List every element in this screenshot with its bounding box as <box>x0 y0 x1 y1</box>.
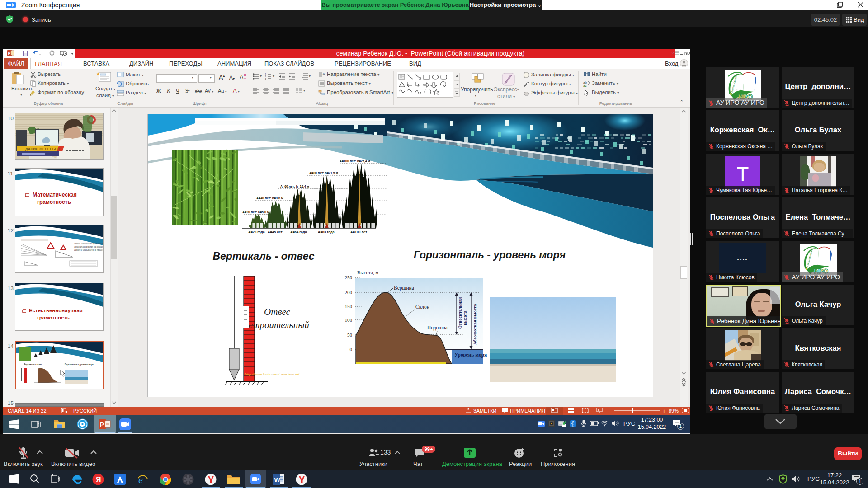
svg-text:Горизонталь - уровень моря: Горизонталь - уровень моря <box>65 363 94 366</box>
svg-text:грамотность: грамотность <box>37 315 70 320</box>
svg-text:Уклон обозначается на знаках: Уклон обозначается на знаках <box>74 246 103 248</box>
svg-text:А=20 лет: h=5,0 м: А=20 лет: h=5,0 м <box>242 211 269 214</box>
svg-text:Вертикаль - отвес: Вертикаль - отвес <box>24 363 42 366</box>
svg-text:Вертикаль - отвес: Вертикаль - отвес <box>212 250 314 262</box>
svg-text:Я: Я <box>96 476 101 483</box>
svg-text:Подошва: Подошва <box>427 325 448 331</box>
svg-text:А: А <box>322 72 325 76</box>
svg-text:250: 250 <box>345 275 353 280</box>
svg-text:Математическая: Математическая <box>33 192 77 198</box>
svg-text:50: 50 <box>347 332 353 338</box>
svg-text:100: 100 <box>345 317 353 323</box>
svg-text:0: 0 <box>350 347 353 352</box>
svg-text:А=64 года: А=64 года <box>290 230 307 234</box>
svg-text:А=100 лет: А=100 лет <box>350 230 367 234</box>
svg-text:Вершина: Вершина <box>394 285 414 291</box>
svg-text:А=45 лет: А=45 лет <box>268 230 283 234</box>
svg-text:http://www.instrument-mastera.: http://www.instrument-mastera.ru/ <box>245 372 299 376</box>
svg-text:высота: высота <box>462 310 467 325</box>
svg-text:А=80 лет: h=21,5 м: А=80 лет: h=21,5 м <box>309 171 338 175</box>
svg-text:Высота, м: Высота, м <box>357 270 378 275</box>
svg-text:А=60 лет: h=16,4 м: А=60 лет: h=16,4 м <box>280 185 309 188</box>
svg-text:А=40 лет: h=9,6 м: А=40 лет: h=9,6 м <box>256 197 283 200</box>
svg-text:▾: ▾ <box>303 89 305 93</box>
svg-text:Абсолютная высота: Абсолютная высота <box>472 304 477 345</box>
svg-text:ДАНИЛ ЖЕРЕБЬЕВ: ДАНИЛ ЖЕРЕБЬЕВ <box>25 147 60 151</box>
svg-text:строительный: строительный <box>249 319 309 330</box>
svg-text:W: W <box>274 476 281 483</box>
svg-text:Относительная: Относительная <box>458 297 462 329</box>
svg-text:А=100 лет: h=25,4 м: А=100 лет: h=25,4 м <box>340 160 370 163</box>
svg-text:Отвес: Отвес <box>264 306 290 317</box>
svg-text:дороги и указывается в процент: дороги и указывается в процентах <box>74 249 103 251</box>
svg-text:грамотность: грамотность <box>37 199 71 205</box>
svg-text:?: ? <box>671 51 674 56</box>
svg-text:P: P <box>8 51 11 56</box>
svg-text:Уровень моря: Уровень моря <box>454 352 487 358</box>
svg-text:150: 150 <box>345 304 353 309</box>
svg-text:▾: ▾ <box>309 74 311 78</box>
svg-text:3: 3 <box>265 77 266 80</box>
svg-text:P: P <box>100 421 104 428</box>
svg-text:Горизонталь - уровень моря: Горизонталь - уровень моря <box>414 249 566 261</box>
svg-text:▾: ▾ <box>273 74 274 78</box>
svg-text:Естественнонаучная: Естественнонаучная <box>29 308 83 313</box>
svg-text:А: А <box>240 74 243 80</box>
svg-text:ac: ac <box>583 84 587 87</box>
svg-text:А=83 года: А=83 года <box>318 230 335 234</box>
svg-text:Уклон - отношение превышения: Уклон - отношение превышения <box>74 243 103 245</box>
svg-text:▾: ▾ <box>260 74 262 78</box>
svg-text:А=23 года: А=23 года <box>248 230 265 234</box>
svg-text:ab: ab <box>583 81 587 84</box>
svg-text:200: 200 <box>345 290 353 295</box>
svg-text:Склон: Склон <box>415 304 429 310</box>
